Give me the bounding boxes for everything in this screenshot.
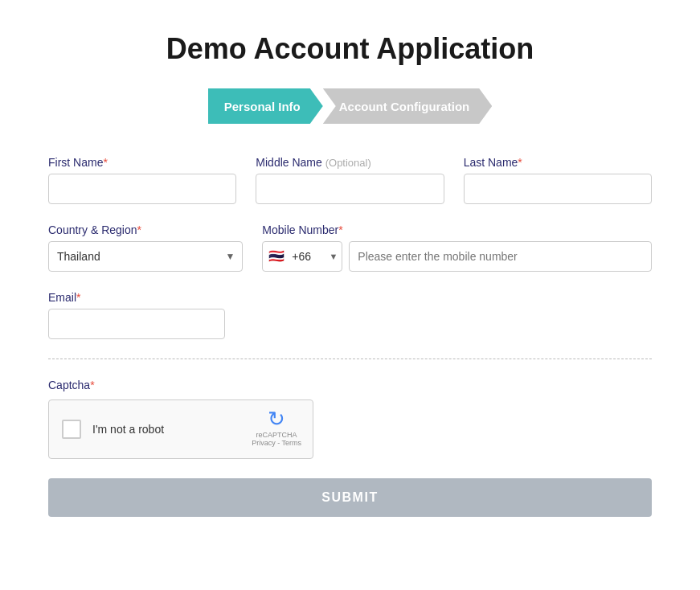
name-row: First Name* Middle Name (Optional) Last … bbox=[48, 156, 652, 204]
captcha-checkbox[interactable] bbox=[62, 420, 81, 439]
email-input[interactable] bbox=[48, 309, 225, 339]
stepper: Personal Info Account Configuration bbox=[48, 88, 652, 124]
captcha-box[interactable]: I'm not a robot ↻ reCAPTCHA Privacy - Te… bbox=[48, 399, 313, 459]
middle-name-input[interactable] bbox=[256, 174, 444, 204]
email-group: Email* bbox=[48, 291, 225, 339]
email-label: Email* bbox=[48, 291, 225, 304]
mobile-row: 🇹🇭 +66 +1 +44 +65 +81 ▼ bbox=[262, 241, 652, 272]
page-title: Demo Account Application bbox=[48, 32, 652, 66]
step2-label: Account Configuration bbox=[339, 100, 469, 113]
section-divider bbox=[48, 359, 652, 359]
captcha-section: Captcha* I'm not a robot ↻ reCAPTCHA Pri… bbox=[48, 379, 652, 459]
mobile-number-label: Mobile Number* bbox=[262, 223, 652, 236]
step1-label: Personal Info bbox=[224, 100, 301, 113]
last-name-label: Last Name* bbox=[464, 156, 652, 169]
first-name-label: First Name* bbox=[48, 156, 236, 169]
middle-name-label: Middle Name (Optional) bbox=[256, 156, 444, 169]
country-region-group: Country & Region* Thailand United States… bbox=[48, 223, 243, 272]
first-name-group: First Name* bbox=[48, 156, 236, 204]
country-region-label: Country & Region* bbox=[48, 223, 243, 236]
dial-code-select[interactable]: +66 +1 +44 +65 +81 bbox=[262, 241, 342, 272]
recaptcha-icon: ↻ bbox=[268, 408, 285, 429]
step-personal-info[interactable]: Personal Info bbox=[208, 88, 323, 124]
step-account-config[interactable]: Account Configuration bbox=[323, 88, 492, 124]
mobile-number-group: Mobile Number* 🇹🇭 +66 +1 +44 +65 +81 ▼ bbox=[262, 223, 652, 272]
email-row: Email* bbox=[48, 291, 652, 339]
captcha-label: Captcha* bbox=[48, 379, 652, 391]
last-name-group: Last Name* bbox=[464, 156, 652, 204]
mobile-number-input[interactable] bbox=[349, 241, 652, 272]
submit-button[interactable]: SUBMIT bbox=[48, 478, 652, 517]
country-select-wrapper: Thailand United States United Kingdom Si… bbox=[48, 241, 243, 272]
recaptcha-logo: ↻ reCAPTCHA Privacy - Terms bbox=[252, 408, 301, 447]
recaptcha-links: Privacy - Terms bbox=[252, 439, 301, 447]
dial-code-wrapper: 🇹🇭 +66 +1 +44 +65 +81 ▼ bbox=[262, 241, 342, 272]
country-select[interactable]: Thailand United States United Kingdom Si… bbox=[48, 241, 243, 272]
first-name-input[interactable] bbox=[48, 174, 236, 204]
recaptcha-brand: reCAPTCHA bbox=[256, 431, 297, 439]
middle-name-group: Middle Name (Optional) bbox=[256, 156, 444, 204]
last-name-input[interactable] bbox=[464, 174, 652, 204]
country-mobile-row: Country & Region* Thailand United States… bbox=[48, 223, 652, 272]
